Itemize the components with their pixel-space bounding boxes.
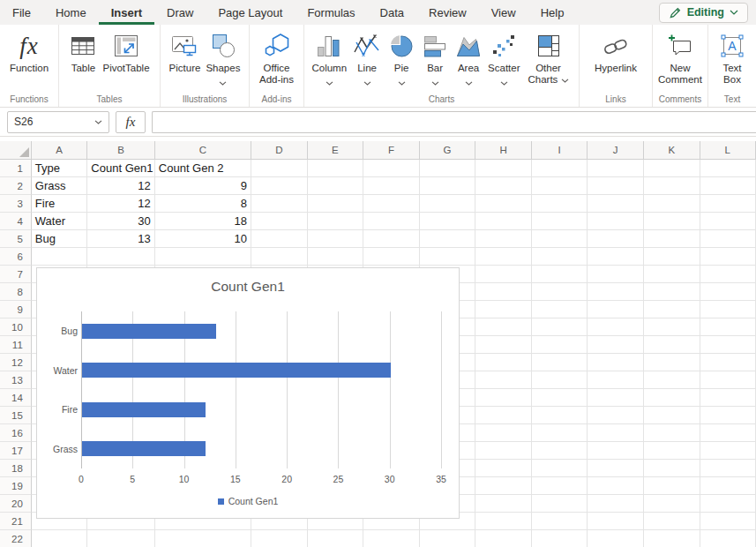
cell-K16[interactable]: [644, 424, 700, 442]
row-header-21[interactable]: 21: [0, 513, 32, 530]
cell-F3[interactable]: [363, 195, 420, 213]
column-header-j[interactable]: J: [588, 141, 644, 160]
cell-I1[interactable]: [532, 160, 588, 177]
cell-J22[interactable]: [588, 530, 644, 547]
cell-E3[interactable]: [308, 195, 364, 213]
cell-L18[interactable]: [700, 460, 756, 477]
cell-A22[interactable]: [32, 530, 88, 547]
cell-E1[interactable]: [308, 160, 364, 177]
cell-H22[interactable]: [475, 530, 532, 547]
cell-E6[interactable]: [308, 248, 364, 266]
column-header-k[interactable]: K: [644, 141, 700, 160]
cell-G2[interactable]: [420, 177, 476, 195]
cell-D1[interactable]: [251, 160, 308, 177]
cell-J6[interactable]: [588, 248, 644, 266]
row-header-12[interactable]: 12: [0, 354, 32, 371]
row-header-9[interactable]: 9: [0, 301, 32, 318]
cell-J8[interactable]: [588, 283, 644, 301]
menu-tab-help[interactable]: Help: [528, 0, 577, 25]
cell-L14[interactable]: [700, 389, 756, 407]
cell-J21[interactable]: [588, 513, 644, 530]
ribbon-item-function[interactable]: fxFunction: [7, 28, 51, 75]
cell-J14[interactable]: [588, 389, 644, 407]
cell-G5[interactable]: [420, 230, 476, 248]
chevron-down-icon[interactable]: [94, 120, 102, 124]
cell-H9[interactable]: [475, 301, 532, 318]
cell-K15[interactable]: [644, 407, 700, 424]
cell-J2[interactable]: [588, 177, 644, 195]
cell-F6[interactable]: [363, 248, 420, 266]
cell-H18[interactable]: [475, 460, 532, 477]
cell-E5[interactable]: [308, 230, 364, 248]
cell-J4[interactable]: [588, 213, 644, 230]
cell-H4[interactable]: [475, 213, 532, 230]
cell-I20[interactable]: [532, 495, 588, 513]
row-header-16[interactable]: 16: [0, 424, 32, 442]
cell-J11[interactable]: [588, 336, 644, 354]
cell-H5[interactable]: [475, 230, 532, 248]
column-header-a[interactable]: A: [32, 141, 88, 160]
cell-K13[interactable]: [644, 371, 700, 389]
cell-I17[interactable]: [532, 442, 588, 460]
menu-tab-draw[interactable]: Draw: [154, 0, 206, 25]
cell-A1[interactable]: Type: [32, 160, 88, 177]
cell-L21[interactable]: [700, 513, 756, 530]
row-header-3[interactable]: 3: [0, 195, 32, 213]
cell-L15[interactable]: [700, 407, 756, 424]
cell-I15[interactable]: [532, 407, 588, 424]
column-header-c[interactable]: C: [155, 141, 251, 160]
ribbon-item-bar[interactable]: Bar: [418, 28, 452, 84]
cell-K9[interactable]: [644, 301, 700, 318]
column-header-e[interactable]: E: [308, 141, 364, 160]
cell-L20[interactable]: [700, 495, 756, 513]
row-header-22[interactable]: 22: [0, 530, 32, 547]
cell-H12[interactable]: [475, 354, 532, 371]
cell-L3[interactable]: [700, 195, 756, 213]
chevron-down-icon[interactable]: [431, 77, 439, 83]
row-header-8[interactable]: 8: [0, 283, 32, 301]
menu-tab-view[interactable]: View: [479, 0, 528, 25]
row-header-13[interactable]: 13: [0, 371, 32, 389]
row-header-6[interactable]: 6: [0, 248, 32, 266]
cell-L2[interactable]: [700, 177, 756, 195]
menu-tab-formulas[interactable]: Formulas: [295, 0, 367, 25]
cell-K3[interactable]: [644, 195, 700, 213]
cell-L16[interactable]: [700, 424, 756, 442]
chevron-down-icon[interactable]: [363, 77, 371, 83]
ribbon-item-other-charts[interactable]: Other Charts: [523, 28, 574, 86]
cell-J18[interactable]: [588, 460, 644, 477]
ribbon-item-office-add-ins[interactable]: Office Add-ins: [251, 28, 303, 86]
cell-H20[interactable]: [475, 495, 532, 513]
row-header-17[interactable]: 17: [0, 442, 32, 460]
cell-H19[interactable]: [475, 477, 532, 495]
cell-A2[interactable]: Grass: [32, 177, 88, 195]
cell-L5[interactable]: [700, 230, 756, 248]
column-header-l[interactable]: L: [700, 141, 756, 160]
cell-L1[interactable]: [700, 160, 756, 177]
cell-H8[interactable]: [475, 283, 532, 301]
column-header-d[interactable]: D: [251, 141, 308, 160]
cell-E4[interactable]: [308, 213, 364, 230]
cell-I19[interactable]: [532, 477, 588, 495]
ribbon-item-line[interactable]: Line: [349, 28, 385, 84]
cell-K19[interactable]: [644, 477, 700, 495]
cell-J10[interactable]: [588, 318, 644, 336]
chevron-down-icon[interactable]: [398, 77, 406, 83]
cell-B4[interactable]: 30: [87, 213, 154, 230]
ribbon-item-table[interactable]: Table: [66, 28, 100, 75]
cell-L10[interactable]: [700, 318, 756, 336]
row-header-2[interactable]: 2: [0, 177, 32, 195]
cell-I9[interactable]: [532, 301, 588, 318]
column-header-h[interactable]: H: [475, 141, 532, 160]
row-header-20[interactable]: 20: [0, 495, 32, 513]
cell-J16[interactable]: [588, 424, 644, 442]
cell-C3[interactable]: 8: [155, 195, 251, 213]
cell-H13[interactable]: [475, 371, 532, 389]
cell-I8[interactable]: [532, 283, 588, 301]
cell-C1[interactable]: Count Gen 2: [155, 160, 251, 177]
cell-I13[interactable]: [532, 371, 588, 389]
cell-H2[interactable]: [475, 177, 532, 195]
cell-G6[interactable]: [420, 248, 476, 266]
fx-button[interactable]: fx: [116, 111, 146, 133]
cell-H6[interactable]: [475, 248, 532, 266]
